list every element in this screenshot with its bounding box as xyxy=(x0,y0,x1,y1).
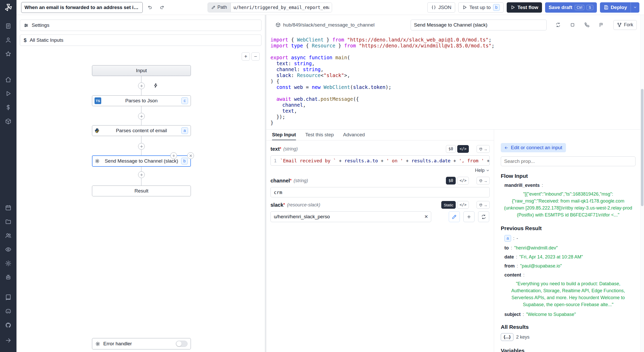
deploy-button[interactable]: Deploy xyxy=(600,2,631,13)
tab-advanced[interactable]: Advanced xyxy=(343,130,365,140)
error-handler-node[interactable]: Error handler xyxy=(92,338,191,349)
step-tabs: Step Input Test this step Advanced xyxy=(266,130,494,140)
channel-connect-plug-button[interactable]: → xyxy=(477,177,490,185)
docs-book-icon[interactable] xyxy=(5,294,11,301)
json-button[interactable]: JSON xyxy=(427,2,455,13)
mandrill-events-key[interactable]: mandrill_events: xyxy=(504,183,635,188)
slack-expr-toggle[interactable]: </> xyxy=(457,201,469,209)
audit-eye-icon[interactable] xyxy=(5,246,11,254)
home-icon[interactable] xyxy=(5,77,11,84)
delete-step-icon[interactable] xyxy=(187,152,194,159)
static-inputs-bar[interactable]: $ All Static Inputs xyxy=(20,35,261,46)
move-step-icon[interactable] xyxy=(170,152,177,159)
user-icon[interactable] xyxy=(5,37,11,44)
discord-icon[interactable] xyxy=(5,308,11,315)
input-connection-panel: Edit or connect an input Flow Input mand… xyxy=(494,130,642,352)
schedules-calendar-icon[interactable] xyxy=(5,205,11,212)
runs-icon[interactable] xyxy=(5,23,11,30)
play-outline-icon xyxy=(462,5,467,10)
step-id-badge: b xyxy=(181,158,188,164)
insert-step-plus-icon[interactable] xyxy=(138,143,145,150)
result-to-row[interactable]: to: "henri@windmill.dev" xyxy=(504,245,635,251)
groups-users-icon[interactable] xyxy=(5,232,11,240)
flow-node-input[interactable]: Input xyxy=(92,65,191,76)
slack-static-toggle[interactable]: Static xyxy=(441,201,456,209)
result-a-row[interactable]: a : - xyxy=(504,235,635,242)
test-up-to-button[interactable]: Test up to b xyxy=(458,2,503,13)
flow-node-parses-to-json[interactable]: TS Parses to Json c xyxy=(92,95,191,106)
sync-icon[interactable] xyxy=(554,21,562,29)
star-icon[interactable] xyxy=(5,51,11,58)
flow-node-result[interactable]: Result xyxy=(92,186,191,196)
expand-sidebar-arrow-icon[interactable] xyxy=(5,337,11,345)
text-static-toggle[interactable]: $0 xyxy=(446,145,456,153)
tab-step-input[interactable]: Step Input xyxy=(272,130,296,140)
channel-expr-toggle[interactable]: </> xyxy=(457,177,469,185)
deploy-dropdown-button[interactable] xyxy=(631,2,639,13)
result-subject-row[interactable]: subject: "Welcome to Supabase" xyxy=(504,312,635,317)
error-handler-label: Error handler xyxy=(103,341,132,347)
flag-icon[interactable] xyxy=(598,21,605,29)
all-results-expand-chip[interactable]: {...} xyxy=(501,333,513,341)
undo-icon[interactable] xyxy=(145,3,155,12)
mandrill-events-value[interactable]: "[{"event":"inbound","ts":1683819426,"ms… xyxy=(502,191,634,219)
result-content-value[interactable]: "Everything you need to build a product:… xyxy=(502,280,634,308)
edit-resource-button[interactable] xyxy=(449,211,460,222)
search-prop-input[interactable] xyxy=(501,156,635,166)
path-control: Path xyxy=(208,3,332,12)
flow-title-input[interactable] xyxy=(21,2,143,13)
help-link[interactable]: Help xyxy=(270,168,490,173)
insert-step-plus-icon[interactable] xyxy=(138,171,145,178)
zoom-out-button[interactable]: − xyxy=(251,52,260,61)
fork-button[interactable]: Fork xyxy=(613,20,637,30)
tab-test-this-step[interactable]: Test this step xyxy=(305,130,334,140)
typescript-icon: TS xyxy=(95,97,101,104)
text-expr-toggle[interactable]: </> xyxy=(457,145,469,153)
bug-gear-icon xyxy=(95,341,100,346)
flow-node-send-message-to-channel[interactable]: Send Message to Channel (slack) b xyxy=(92,155,191,167)
edit-or-connect-button[interactable]: Edit or connect an input xyxy=(501,143,566,152)
settings-bar[interactable]: Settings xyxy=(20,20,261,31)
text-connect-plug-button[interactable]: → xyxy=(477,145,490,153)
folders-icon[interactable] xyxy=(5,219,11,226)
path-input[interactable] xyxy=(231,3,332,12)
test-flow-button[interactable]: Test flow xyxy=(507,2,542,13)
slack-resource-input[interactable] xyxy=(270,211,431,222)
windmill-logo-icon[interactable] xyxy=(4,4,12,12)
result-content-key[interactable]: content: xyxy=(504,272,635,278)
resources-cube-icon[interactable] xyxy=(5,118,11,125)
save-draft-button[interactable]: Save draft Ctrl S xyxy=(545,2,597,13)
result-date-row[interactable]: date: "Fri, Apr 14, 2023 at 10:28 AM" xyxy=(504,254,635,260)
field-channel-type: (string) xyxy=(294,178,308,183)
trigger-bolt-icon[interactable] xyxy=(153,83,158,89)
path-edit-button[interactable]: Path xyxy=(208,3,231,12)
text-expression-input[interactable]: 1 `Email received by ` + results.a.to + … xyxy=(270,155,490,166)
all-results-section-title: All Results xyxy=(501,324,635,330)
settings-gear-icon[interactable] xyxy=(5,260,11,267)
workers-bot-icon[interactable] xyxy=(5,274,11,281)
play-filled-icon xyxy=(510,5,515,10)
field-slack-header: slack* (resource-slack) Static </> → xyxy=(270,201,490,209)
scrollbar-thumb[interactable] xyxy=(641,89,643,206)
insert-step-plus-icon[interactable] xyxy=(138,113,145,120)
github-icon[interactable] xyxy=(5,322,11,329)
clear-resource-icon[interactable]: ✕ xyxy=(424,214,428,220)
window-scrollbar[interactable] xyxy=(640,15,644,352)
error-handler-toggle[interactable] xyxy=(176,341,188,347)
channel-static-toggle[interactable]: $0 xyxy=(446,177,456,185)
phone-icon[interactable] xyxy=(583,21,590,29)
variables-dollar-icon[interactable] xyxy=(5,104,11,112)
result-from-row[interactable]: from: "paul@supabase.io" xyxy=(504,263,635,269)
insert-step-plus-icon[interactable] xyxy=(138,82,145,89)
runs-play-icon[interactable] xyxy=(5,90,11,98)
add-resource-button[interactable] xyxy=(463,211,474,222)
zoom-in-button[interactable]: + xyxy=(242,52,250,61)
window-icon[interactable] xyxy=(569,21,576,29)
code-editor[interactable]: import { WebClient } from "https://deno.… xyxy=(266,35,644,130)
refresh-resource-button[interactable] xyxy=(478,211,489,222)
flow-node-parses-content-of-email[interactable]: Parses content of email a xyxy=(92,125,191,136)
slack-connect-plug-button[interactable]: → xyxy=(477,201,490,209)
redo-icon[interactable] xyxy=(157,3,166,12)
step-name-input[interactable] xyxy=(411,20,547,30)
channel-value-input[interactable] xyxy=(270,187,490,197)
